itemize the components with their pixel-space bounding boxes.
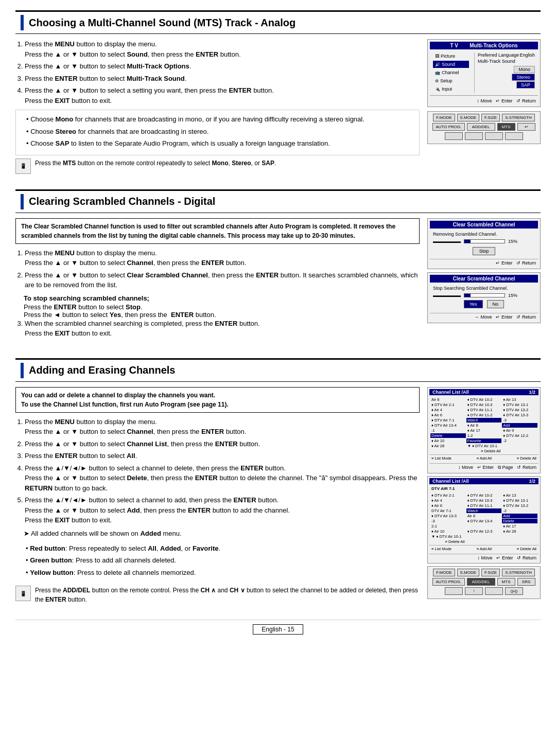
ch-item: DTV Air 7-1 bbox=[430, 508, 466, 513]
no-button[interactable]: No bbox=[487, 300, 505, 308]
adding-step-3: Press the ENTER button to select All. bbox=[25, 451, 420, 461]
ch-item: -1 bbox=[430, 428, 466, 433]
scramble-panel-1-body: Removing Scrambled Channel. ▬▬▬▬▬▬ 15% S… bbox=[430, 231, 538, 257]
sstrength-btn2: S.STRENGTH bbox=[502, 569, 535, 576]
autoprog-btn: AUTO PROG. bbox=[432, 123, 464, 131]
ch-item: ♦ DTV Air 13-4 bbox=[430, 423, 466, 428]
ch-item-watch[interactable]: Watch bbox=[466, 418, 502, 423]
scrambled-header: Clearing Scrambled Channels - Digital bbox=[15, 189, 541, 213]
btn3 bbox=[485, 132, 503, 140]
scramble-panel-1-nav: ↵ Enter↺ Return bbox=[430, 259, 538, 267]
remote-row-3 bbox=[430, 132, 538, 140]
btn1 bbox=[445, 132, 463, 140]
ch-item: 2-1 bbox=[430, 524, 466, 529]
adding-side-panel: Channel List /All 1/2 Air 8 ♦ DTV Air 10… bbox=[427, 387, 541, 605]
mts-note-1: Choose Mono for channels that are broadc… bbox=[26, 114, 414, 125]
ch-item-delete[interactable]: Delete bbox=[430, 433, 466, 438]
ch-panel-2-title: Channel List /All 1/2 bbox=[429, 478, 538, 484]
ch-item: ♦ DTV Air 13-3 bbox=[502, 413, 537, 417]
adding-bullet-2: Green button: Press to add all channels … bbox=[26, 555, 414, 566]
mts-header-bar bbox=[21, 15, 24, 30]
srs-btn: SRS bbox=[517, 578, 535, 586]
scrambled-step-2: Press the ▲ or ▼ button to select Clear … bbox=[25, 270, 420, 290]
ch-item: ▼ ♦ DTV Air 10-1 bbox=[430, 534, 466, 539]
ch-item: ♦ Air 17 bbox=[466, 428, 502, 433]
ch-item: 1-2 bbox=[466, 433, 502, 438]
scrambled-section: Clearing Scrambled Channels - Digital Th… bbox=[15, 189, 541, 343]
ch-item-watch2[interactable]: Watch bbox=[466, 508, 502, 513]
ch-item: ♦ Air 6 bbox=[430, 413, 466, 417]
btn-a1 bbox=[445, 587, 463, 595]
ch-panel-1-nav: ↕ Move↵ Enter⧉ Page↺ Return bbox=[429, 463, 538, 471]
mts-steps: Press the MENU button to display the men… bbox=[15, 39, 420, 106]
mts-side-panel: T V Multi-Track Options 🖼Picture 🔊Sound … bbox=[427, 39, 541, 174]
adding-note-arrow: ➤ All added channels will be shown on Ad… bbox=[15, 530, 420, 537]
scramble-panel-2-body: Stop Searching Scrambled Channel. ▬▬▬▬▬▬… bbox=[430, 285, 538, 311]
mts-tv-panel: T V Multi-Track Options 🖼Picture 🔊Sound … bbox=[427, 39, 541, 107]
adding-step-1: Press the MENU button to display the men… bbox=[25, 417, 420, 437]
fmode-btn2: F.MODE bbox=[433, 569, 455, 576]
adding-body: You can add or delete a channel to displ… bbox=[15, 387, 541, 605]
adddel-btn2: ADD/DEL bbox=[467, 578, 495, 586]
mts-title: Choosing a Multi-Channel Sound (MTS) Tra… bbox=[29, 17, 296, 29]
yes-no-row: Yes No bbox=[433, 300, 535, 308]
btn4 bbox=[505, 132, 523, 140]
ch-item: ≡ Delete All bbox=[466, 449, 502, 453]
mts-remote-note: 📱 Press the MTS button on the remote con… bbox=[15, 159, 420, 174]
scrambled-stop-section: To stop searching scrambled channels; Pr… bbox=[15, 294, 420, 319]
ch-item-delete2[interactable]: Delete bbox=[502, 519, 537, 523]
remote-row-a1: F.MODE S.MODE F.SIZE S.STRENGTH bbox=[430, 569, 538, 576]
ch-item bbox=[502, 444, 537, 448]
stop-button[interactable]: Stop bbox=[473, 247, 496, 255]
progress-bar-2: ▬▬▬▬▬▬ 15% bbox=[433, 293, 535, 298]
progress-pct-2: 15% bbox=[508, 293, 517, 298]
mts-panel-nav: ↕ Move↵ Enter↺ Return bbox=[430, 97, 538, 104]
ch-item: ♦ Air 13 bbox=[502, 493, 537, 498]
scramble-panel-2: Clear Scrambled Channel Stop Searching S… bbox=[427, 272, 541, 323]
adding-remote-note: 📱 Press the ADD/DEL button on the remote… bbox=[15, 586, 420, 604]
ch-item: ♦ Air 28 bbox=[502, 529, 537, 534]
ch-item: ▼ ♦ DTV Air 10-1 bbox=[466, 444, 502, 448]
remote-row-a2: AUTO PROG. ADD/DEL MTS SRS bbox=[430, 578, 538, 586]
scramble-panel-1: Clear Scrambled Channel Removing Scrambl… bbox=[427, 218, 541, 269]
scrambled-title: Clearing Scrambled Channels - Digital bbox=[29, 196, 215, 207]
ch-item: ♦ DTV Air 11-1 bbox=[466, 503, 502, 508]
ch-item-add2[interactable]: Add bbox=[502, 514, 537, 518]
ch-item: ♦ Air 17 bbox=[502, 524, 537, 529]
btn-a2: ↑ bbox=[465, 587, 483, 595]
yes-button[interactable]: Yes bbox=[464, 300, 483, 308]
ch-item: -2 bbox=[502, 508, 537, 513]
progress-fill-2 bbox=[464, 294, 471, 297]
ch-item: ♦ DTV Air 12-3 bbox=[466, 529, 502, 534]
ch-item bbox=[430, 449, 466, 453]
scramble-stop-text: Stop Searching Scrambled Channel. bbox=[433, 286, 535, 291]
adding-step-5: Press the ▲/▼/◄/► button to select a cha… bbox=[25, 495, 420, 525]
adddel-btn: ADD/DEL bbox=[467, 123, 495, 131]
mts-section: Choosing a Multi-Channel Sound (MTS) Tra… bbox=[15, 10, 541, 174]
ch-item: ♦ DTV Air 2-1 bbox=[430, 402, 466, 407]
ch-item: ♦ Air 4 bbox=[430, 498, 466, 503]
adding-header-bar bbox=[21, 363, 24, 378]
btn-a3 bbox=[485, 587, 503, 595]
adding-remote-panel: F.MODE S.MODE F.SIZE S.STRENGTH AUTO PRO… bbox=[427, 566, 541, 599]
adding-bullet-1: Red button: Press repeatedly to select A… bbox=[26, 543, 414, 554]
ch-grid-2: ♦ DTV Air 2-1 ♦ DTV Air 10-2 ♦ Air 13 ♦ … bbox=[429, 492, 538, 545]
mts-header: Choosing a Multi-Channel Sound (MTS) Tra… bbox=[15, 10, 541, 34]
adding-section: Adding and Erasing Channels You can add … bbox=[15, 358, 541, 605]
ch-item-fav[interactable]: Favorite bbox=[466, 438, 502, 443]
btn-a4: ((•)) bbox=[505, 587, 523, 595]
ch-item: ♦ DTV Air 7-1 bbox=[430, 418, 466, 423]
smode-btn: S.MODE bbox=[457, 114, 480, 121]
autoprog-btn2: AUTO PROG. bbox=[432, 578, 464, 586]
adding-step-4: Press the ▲/▼/◄/► button to select a cha… bbox=[25, 463, 420, 494]
scramble-panel-2-nav: ↔ Move↵ Enter↺ Return bbox=[430, 313, 538, 321]
ch-item-add[interactable]: Add bbox=[502, 423, 537, 428]
ch-item: ♦ Air 10 bbox=[430, 529, 466, 534]
ch-item: ≡ Delete All bbox=[430, 539, 466, 544]
adding-content: You can add or delete a channel to displ… bbox=[15, 387, 420, 605]
mts-step-2: Press the ▲ or ▼ button to select Multi-… bbox=[25, 61, 420, 72]
adding-steps: Press the MENU button to display the men… bbox=[15, 417, 420, 525]
remote-row-a3: ↑ ((•)) bbox=[430, 587, 538, 595]
ch-panel-2-nav: ↕ Move↵ Enter↺ Return bbox=[429, 554, 538, 561]
scrambled-side-panel: Clear Scrambled Channel Removing Scrambl… bbox=[427, 218, 541, 343]
